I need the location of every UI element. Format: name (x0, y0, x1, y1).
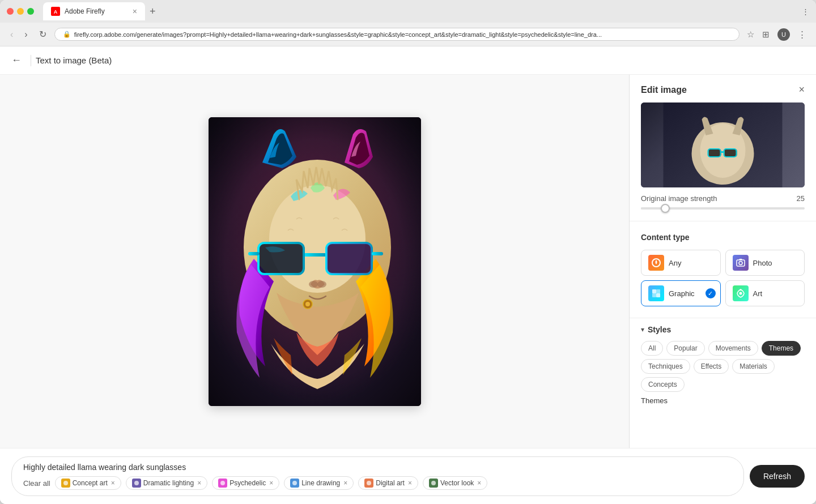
svg-rect-22 (725, 149, 737, 157)
maximize-window-button[interactable] (27, 8, 34, 15)
style-tab-themes[interactable]: Themes (762, 341, 801, 356)
digital-art-tag-label: Digital art (376, 479, 405, 487)
content-type-graphic-button[interactable]: Graphic ✓ (641, 280, 721, 306)
svg-rect-13 (372, 252, 383, 255)
slider-track[interactable] (641, 207, 805, 210)
header-divider (31, 55, 31, 66)
svg-rect-27 (737, 260, 745, 266)
style-tab-all[interactable]: All (641, 341, 663, 356)
svg-rect-7 (258, 243, 304, 274)
style-tab-materials[interactable]: Materials (732, 359, 775, 374)
svg-point-28 (739, 262, 742, 265)
edit-panel-title: Edit image (641, 85, 687, 95)
svg-point-37 (292, 481, 297, 485)
canvas-area (0, 75, 629, 448)
svg-point-14 (309, 281, 318, 288)
svg-rect-11 (326, 243, 372, 274)
slider-value: 25 (797, 194, 805, 203)
svg-point-5 (269, 185, 366, 293)
style-tab-concepts[interactable]: Concepts (641, 377, 685, 392)
edit-panel-header: Edit image × (630, 75, 816, 102)
psychedelic-tag-label: Psychedelic (230, 479, 266, 487)
style-tab-movements[interactable]: Movements (708, 341, 758, 356)
themes-label: Themes (641, 396, 805, 405)
minimize-window-button[interactable] (17, 8, 24, 15)
prompt-area: Highly detailed llama wearing dark sungl… (11, 456, 744, 496)
svg-point-35 (134, 481, 139, 485)
generated-image (209, 117, 421, 406)
psychedelic-tag-icon (218, 479, 227, 488)
bookmark-button[interactable]: ☆ (744, 27, 757, 42)
svg-text:A: A (54, 9, 58, 15)
content-type-photo-button[interactable]: Photo (725, 250, 805, 276)
page-title: Text to image (Beta) (36, 55, 112, 65)
slider-thumb[interactable] (661, 204, 670, 213)
vector-look-tag-label: Vector look (440, 479, 474, 487)
main-area: Edit image × (0, 75, 816, 448)
styles-title: Styles (648, 325, 671, 334)
section-divider-1 (630, 221, 816, 221)
llama-artwork (209, 117, 421, 406)
refresh-button[interactable]: Refresh (750, 465, 805, 488)
graphic-icon (648, 285, 664, 301)
back-nav-icon: ‹ (10, 29, 13, 39)
tab-close-button[interactable]: × (133, 7, 137, 16)
graphic-label: Graphic (669, 289, 695, 298)
vector-look-tag-remove[interactable]: × (477, 479, 481, 487)
styles-header[interactable]: ▾ Styles (641, 325, 805, 334)
back-nav-button[interactable]: ‹ (7, 27, 16, 42)
content-type-art-button[interactable]: Art (725, 280, 805, 306)
line-drawing-tag-remove[interactable]: × (343, 479, 347, 487)
extensions-button[interactable]: ⊞ (759, 27, 772, 42)
svg-point-36 (220, 481, 225, 485)
edit-panel: Edit image × (629, 75, 816, 448)
menu-button[interactable]: ⋮ (795, 27, 809, 42)
svg-point-39 (431, 481, 436, 485)
active-tab[interactable]: A Adobe Firefly × (43, 2, 145, 20)
psychedelic-tag-remove[interactable]: × (269, 479, 273, 487)
slider-section: Original image strength 25 (630, 194, 816, 219)
svg-rect-29 (652, 289, 656, 293)
profile-button[interactable]: U (775, 26, 793, 43)
dramatic-lighting-tag-label: Dramatic lighting (143, 479, 194, 487)
app-back-button[interactable]: ← (11, 54, 22, 66)
art-icon (733, 285, 749, 301)
window-menu-icon: ⋮ (802, 7, 809, 16)
svg-rect-32 (656, 293, 660, 297)
slider-label: Original image strength (641, 194, 717, 203)
tag-dramatic-lighting: Dramatic lighting × (126, 476, 207, 490)
any-label: Any (669, 259, 681, 267)
style-tab-effects[interactable]: Effects (694, 359, 729, 374)
concept-art-tag-remove[interactable]: × (111, 479, 115, 487)
content-type-grid: Any Photo Graphic (641, 250, 805, 306)
reload-icon: ↻ (39, 29, 46, 39)
concept-art-tag-label: Concept art (73, 479, 108, 487)
digital-art-tag-remove[interactable]: × (408, 479, 412, 487)
bottom-bar: Highly detailed llama wearing dark sungl… (0, 448, 816, 504)
content-type-title: Content type (641, 233, 805, 242)
photo-icon (733, 255, 749, 271)
content-type-any-button[interactable]: Any (641, 250, 721, 276)
graphic-selected-checkmark: ✓ (706, 288, 716, 298)
close-window-button[interactable] (7, 8, 14, 15)
clear-all-button[interactable]: Clear all (23, 479, 50, 488)
art-label: Art (753, 289, 763, 298)
svg-rect-6 (304, 253, 326, 257)
tag-line-drawing: Line drawing × (284, 476, 354, 490)
edit-panel-close-button[interactable]: × (798, 84, 805, 96)
style-tab-popular[interactable]: Popular (666, 341, 704, 356)
dramatic-lighting-tag-remove[interactable]: × (197, 479, 201, 487)
address-bar[interactable]: 🔒 firefly.corp.adobe.com/generate/images… (54, 28, 740, 41)
style-tags: Clear all Concept art × Dramatic lightin… (23, 476, 732, 490)
new-tab-button[interactable]: + (145, 3, 160, 20)
profile-avatar: U (777, 28, 790, 41)
prompt-text: Highly detailed llama wearing dark sungl… (23, 463, 732, 472)
app-header: ← Text to image (Beta) (0, 46, 816, 75)
slider-label-row: Original image strength 25 (641, 194, 805, 203)
forward-nav-button[interactable]: › (21, 27, 31, 42)
style-tab-techniques[interactable]: Techniques (641, 359, 690, 374)
chevron-down-icon: ▾ (641, 326, 644, 334)
reload-button[interactable]: ↻ (36, 27, 50, 42)
svg-rect-21 (709, 149, 721, 157)
nav-bar: ‹ › ↻ 🔒 firefly.corp.adobe.com/generate/… (0, 23, 816, 46)
